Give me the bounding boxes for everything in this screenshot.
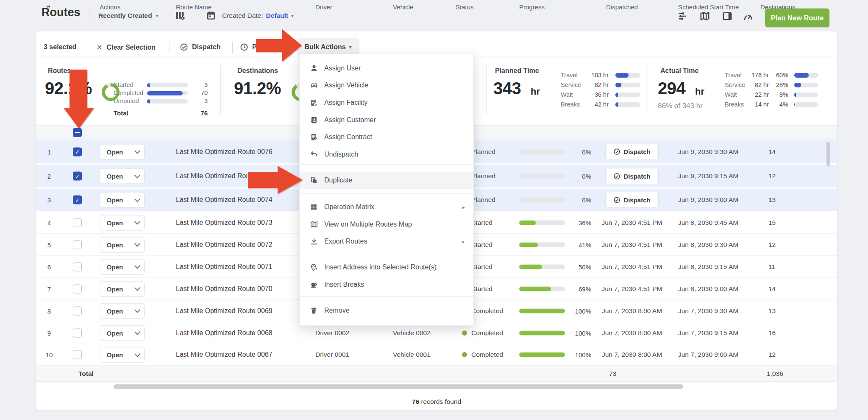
legend-pct: 28% — [771, 81, 788, 88]
map-view-icon[interactable] — [699, 11, 710, 22]
open-route-button[interactable]: Open — [100, 347, 145, 363]
menu-item-assign-user[interactable]: Assign User — [300, 60, 473, 77]
row-checkbox[interactable] — [73, 147, 82, 156]
calendar-icon[interactable] — [206, 11, 216, 21]
chevron-down-icon[interactable] — [130, 175, 144, 177]
col-header-route-name[interactable]: Route Name — [176, 3, 211, 11]
row-checkbox[interactable] — [73, 262, 82, 271]
menu-item-assign-facility[interactable]: Assign Facility — [300, 94, 473, 111]
chevron-down-icon[interactable] — [130, 310, 144, 312]
filter-sliders-icon[interactable] — [677, 11, 688, 22]
table-row[interactable]: 10 Open Last Mile Optimized Route 0067 D… — [36, 344, 837, 366]
menu-item-assign-customer[interactable]: Assign Customer — [300, 112, 473, 129]
route-name[interactable]: Last Mile Optimized Route 0071 — [176, 263, 273, 271]
progress-value: 100% — [567, 351, 591, 358]
table-columns-settings-icon[interactable] — [175, 10, 185, 21]
row-checkbox[interactable] — [73, 240, 82, 249]
route-name[interactable]: Last Mile Optimized Route 0074 — [176, 196, 273, 204]
open-route-button[interactable]: Open — [100, 281, 145, 297]
side-panel-icon[interactable] — [722, 11, 733, 22]
row-checkbox[interactable] — [73, 350, 82, 359]
chevron-down-icon[interactable] — [130, 151, 144, 153]
col-header-progress[interactable]: Progress — [519, 3, 545, 11]
row-checkbox[interactable] — [73, 328, 82, 337]
legend-value: 82 hr — [581, 81, 609, 88]
chevron-down-icon[interactable] — [130, 221, 144, 224]
legend-bar — [794, 73, 818, 78]
dispatch-button[interactable]: Dispatch — [180, 43, 221, 51]
vertical-scrollbar[interactable] — [826, 142, 830, 166]
menu-item-duplicate[interactable]: Duplicate — [300, 172, 473, 189]
open-route-button[interactable]: Open — [100, 144, 145, 160]
col-header-vehicle[interactable]: Vehicle — [393, 3, 413, 11]
dispatched-time: Jun 7, 2030 8:00 AM — [593, 351, 671, 358]
open-route-button[interactable]: Open — [100, 303, 145, 319]
clear-selection-button[interactable]: ✕ Clear Selection — [97, 43, 156, 51]
col-header-actions[interactable]: Actions — [100, 3, 120, 11]
route-name[interactable]: Last Mile Optimized Route 0072 — [176, 241, 273, 249]
chevron-down-icon[interactable] — [130, 332, 144, 334]
route-name[interactable]: Last Mile Optimized Route 0070 — [176, 285, 273, 293]
dashboard-gauge-icon[interactable] — [743, 11, 754, 22]
route-name[interactable]: Last Mile Optimized Route 0076 — [176, 148, 273, 156]
col-header-scheduled-start[interactable]: Scheduled Start Time — [678, 3, 739, 11]
col-header-driver[interactable]: Driver — [315, 3, 332, 11]
scheduled-start-time: Jun 7, 2030 9:15 AM — [678, 329, 738, 337]
chevron-down-icon[interactable] — [130, 266, 144, 268]
menu-item-view-multiple-routes-map[interactable]: View on Multiple Routes Map — [300, 216, 473, 233]
route-name[interactable]: Last Mile Optimized Route 0073 — [176, 219, 273, 227]
menu-item-assign-contract[interactable]: Assign Contract — [300, 129, 473, 146]
actual-time-subtext: 86% of 343 hr — [658, 102, 703, 110]
open-route-button[interactable]: Open — [100, 259, 145, 274]
legend-value: 42 hr — [581, 101, 609, 108]
dispatched-time: Jun 7, 2030 4:51 PM — [593, 241, 671, 249]
menu-item-insert-breaks[interactable]: Insert Breaks — [300, 276, 473, 293]
route-name[interactable]: Last Mile Optimized Route 0069 — [176, 307, 273, 315]
chevron-down-icon[interactable] — [130, 288, 144, 290]
created-date-label: Created Date: — [222, 12, 263, 20]
open-route-button[interactable]: Open — [100, 325, 145, 341]
menu-item-insert-address[interactable]: Insert Address into Selected Route(s) — [300, 259, 473, 276]
dispatch-route-button[interactable]: Dispatch — [605, 192, 659, 208]
col-header-dispatched[interactable]: Dispatched — [606, 3, 638, 11]
select-all-checkbox[interactable] — [73, 128, 82, 137]
chevron-down-icon[interactable] — [130, 199, 144, 201]
dispatched-time: Jun 7, 2030 4:51 PM — [593, 219, 671, 227]
route-name[interactable]: Last Mile Optimized Route 0068 — [176, 329, 273, 337]
plan-new-route-button[interactable]: Plan New Route — [765, 8, 829, 27]
status-text: Started — [471, 219, 492, 227]
menu-item-remove[interactable]: Remove — [300, 302, 473, 319]
row-checkbox[interactable] — [73, 306, 82, 315]
dispatch-route-button[interactable]: Dispatch — [605, 144, 659, 160]
legend-pct: 60% — [771, 72, 788, 78]
horizontal-scrollbar[interactable] — [114, 384, 683, 389]
pause-action-button[interactable]: P — [240, 43, 257, 51]
col-header-index[interactable]: # — [47, 3, 50, 11]
chevron-down-icon[interactable] — [130, 244, 144, 246]
chevron-down-icon[interactable] — [130, 353, 144, 356]
row-checkbox[interactable] — [73, 284, 82, 293]
open-route-button[interactable]: Open — [100, 237, 145, 252]
row-checkbox[interactable] — [73, 172, 82, 181]
menu-item-operation-matrix[interactable]: Operation Matrix ▸ — [300, 199, 473, 216]
col-header-status[interactable]: Status — [456, 3, 474, 11]
check-circle-icon — [613, 148, 620, 155]
open-route-button[interactable]: Open — [100, 215, 145, 230]
row-index: 9 — [40, 329, 58, 336]
dispatch-route-button[interactable]: Dispatch — [605, 168, 659, 184]
progress-value: 0% — [567, 148, 591, 155]
menu-item-assign-vehicle[interactable]: Assign Vehicle — [300, 77, 473, 94]
col-header-destinations[interactable]: Destinations — [760, 3, 796, 11]
route-name[interactable]: Last Mile Optimized Route 0067 — [176, 351, 273, 358]
sort-dropdown[interactable]: Recently Created ▾ — [98, 12, 159, 20]
bulk-actions-button[interactable]: Bulk Actions ▾ — [297, 38, 359, 56]
row-checkbox[interactable] — [73, 196, 82, 204]
menu-item-undispatch[interactable]: Undispatch — [300, 146, 473, 163]
row-checkbox[interactable] — [73, 218, 82, 227]
created-date-filter[interactable]: Created Date: Default ▾ — [222, 12, 294, 20]
menu-item-export-routes[interactable]: Export Routes ▸ — [300, 233, 473, 250]
row-index: 5 — [40, 241, 58, 248]
legend-label: Started — [114, 81, 134, 88]
open-route-button[interactable]: Open — [100, 168, 145, 184]
open-route-button[interactable]: Open — [100, 192, 145, 208]
